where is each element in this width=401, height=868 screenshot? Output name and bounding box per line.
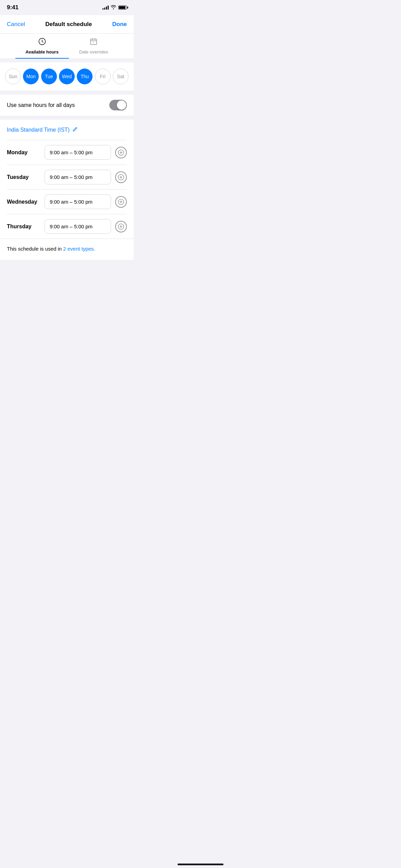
time-range-thursday[interactable]: 9:00 am – 5:00 pm bbox=[45, 219, 111, 234]
toggle-label: Use same hours for all days bbox=[7, 102, 75, 108]
add-time-monday[interactable] bbox=[115, 147, 127, 158]
time-range-monday[interactable]: 9:00 am – 5:00 pm bbox=[45, 145, 111, 160]
day-wed[interactable]: Wed bbox=[59, 69, 75, 84]
footer-note: This schedule is used in 2 event types. bbox=[0, 239, 134, 260]
days-row: Sun Mon Tue Wed Thu Fri Sat bbox=[0, 62, 134, 91]
toggle-row: Use same hours for all days bbox=[0, 94, 134, 116]
day-tue[interactable]: Tue bbox=[41, 69, 57, 84]
footer-prefix: This schedule is used in bbox=[7, 246, 63, 252]
nav-bar: Cancel Default schedule Done bbox=[0, 15, 134, 34]
add-time-thursday[interactable] bbox=[115, 221, 127, 232]
timezone-row: India Standard Time (IST) bbox=[7, 126, 127, 133]
edit-timezone-icon[interactable] bbox=[72, 126, 78, 133]
schedule-content: India Standard Time (IST) Monday 9:00 am… bbox=[0, 120, 134, 239]
tab-available-hours[interactable]: Available hours bbox=[15, 38, 69, 59]
signal-icon bbox=[102, 5, 109, 10]
toggle-knob bbox=[117, 100, 126, 110]
day-label-wednesday: Wednesday bbox=[7, 199, 45, 205]
clock-icon bbox=[38, 38, 46, 47]
event-types-link[interactable]: 2 event types. bbox=[63, 246, 95, 252]
tab-date-overrides-label: Date overrides bbox=[79, 49, 108, 55]
calendar-icon: ! bbox=[90, 38, 97, 47]
add-time-wednesday[interactable] bbox=[115, 196, 127, 208]
schedule-row-tuesday: Tuesday 9:00 am – 5:00 pm bbox=[7, 165, 127, 189]
day-mon[interactable]: Mon bbox=[23, 69, 39, 84]
day-label-thursday: Thursday bbox=[7, 224, 45, 230]
day-thu[interactable]: Thu bbox=[77, 69, 93, 84]
done-button[interactable]: Done bbox=[112, 21, 127, 28]
status-time: 9:41 bbox=[7, 4, 19, 11]
status-icons bbox=[102, 5, 127, 10]
same-hours-toggle[interactable] bbox=[109, 100, 127, 110]
day-sat[interactable]: Sat bbox=[113, 69, 129, 84]
schedule-row-wednesday: Wednesday 9:00 am – 5:00 pm bbox=[7, 189, 127, 214]
tab-available-hours-label: Available hours bbox=[26, 49, 59, 55]
add-time-tuesday[interactable] bbox=[115, 171, 127, 183]
day-label-tuesday: Tuesday bbox=[7, 174, 45, 180]
schedule-row-monday: Monday 9:00 am – 5:00 pm bbox=[7, 140, 127, 165]
tab-date-overrides[interactable]: ! Date overrides bbox=[69, 38, 119, 59]
wifi-icon bbox=[111, 5, 116, 10]
timezone-text: India Standard Time (IST) bbox=[7, 127, 70, 133]
day-fri[interactable]: Fri bbox=[95, 69, 111, 84]
day-sun[interactable]: Sun bbox=[5, 69, 21, 84]
cancel-button[interactable]: Cancel bbox=[7, 21, 25, 28]
schedule-row-thursday: Thursday 9:00 am – 5:00 pm bbox=[7, 214, 127, 239]
tabs-container: Available hours ! Date overrides bbox=[0, 34, 134, 59]
svg-text:!: ! bbox=[93, 41, 94, 44]
time-range-wednesday[interactable]: 9:00 am – 5:00 pm bbox=[45, 194, 111, 209]
day-label-monday: Monday bbox=[7, 149, 45, 156]
page-title: Default schedule bbox=[45, 21, 92, 28]
status-bar: 9:41 bbox=[0, 0, 134, 15]
time-range-tuesday[interactable]: 9:00 am – 5:00 pm bbox=[45, 170, 111, 184]
battery-icon bbox=[118, 5, 127, 10]
tab-underline bbox=[15, 58, 69, 59]
